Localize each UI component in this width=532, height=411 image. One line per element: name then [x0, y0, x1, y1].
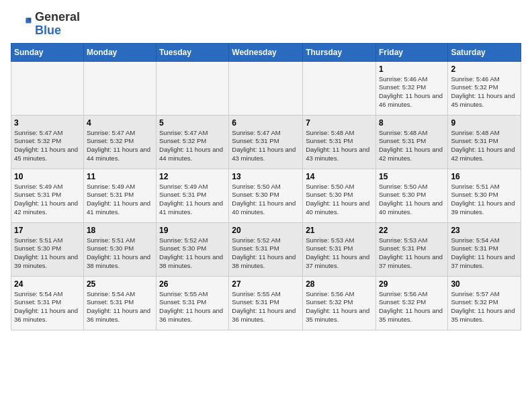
day-info: Sunrise: 5:48 AM Sunset: 5:31 PM Dayligh…	[306, 129, 373, 163]
week-row-1: 1Sunrise: 5:46 AM Sunset: 5:32 PM Daylig…	[11, 61, 521, 115]
day-number: 23	[451, 226, 518, 235]
header-day-sunday: Sunday	[11, 43, 84, 61]
day-info: Sunrise: 5:54 AM Sunset: 5:31 PM Dayligh…	[14, 290, 81, 324]
day-number: 26	[159, 279, 226, 289]
day-info: Sunrise: 5:54 AM Sunset: 5:31 PM Dayligh…	[87, 290, 153, 324]
day-number: 29	[379, 279, 445, 289]
day-info: Sunrise: 5:48 AM Sunset: 5:31 PM Dayligh…	[451, 129, 518, 163]
day-info: Sunrise: 5:56 AM Sunset: 5:32 PM Dayligh…	[306, 290, 373, 324]
day-info: Sunrise: 5:53 AM Sunset: 5:31 PM Dayligh…	[306, 236, 373, 271]
day-info: Sunrise: 5:57 AM Sunset: 5:32 PM Dayligh…	[451, 290, 518, 324]
header-day-tuesday: Tuesday	[157, 43, 229, 61]
day-number: 8	[379, 118, 445, 128]
day-number: 14	[306, 172, 373, 181]
day-info: Sunrise: 5:52 AM Sunset: 5:30 PM Dayligh…	[159, 236, 226, 271]
calendar-cell: 7Sunrise: 5:48 AM Sunset: 5:31 PM Daylig…	[303, 115, 376, 169]
day-info: Sunrise: 5:49 AM Sunset: 5:31 PM Dayligh…	[159, 183, 226, 217]
day-number: 5	[159, 118, 226, 128]
calendar-cell	[229, 61, 303, 115]
calendar-cell: 6Sunrise: 5:47 AM Sunset: 5:31 PM Daylig…	[229, 115, 303, 169]
calendar-cell: 17Sunrise: 5:51 AM Sunset: 5:30 PM Dayli…	[11, 222, 84, 276]
calendar-cell: 18Sunrise: 5:51 AM Sunset: 5:30 PM Dayli…	[83, 222, 156, 276]
calendar-cell: 25Sunrise: 5:54 AM Sunset: 5:31 PM Dayli…	[83, 276, 156, 330]
calendar-cell: 24Sunrise: 5:54 AM Sunset: 5:31 PM Dayli…	[11, 276, 84, 330]
calendar-cell: 1Sunrise: 5:46 AM Sunset: 5:32 PM Daylig…	[375, 61, 447, 115]
calendar-table: SundayMondayTuesdayWednesdayThursdayFrid…	[11, 43, 521, 330]
calendar-cell	[83, 61, 156, 115]
day-info: Sunrise: 5:54 AM Sunset: 5:31 PM Dayligh…	[451, 236, 518, 271]
logo-general: General	[35, 11, 80, 24]
calendar-cell: 20Sunrise: 5:52 AM Sunset: 5:31 PM Dayli…	[229, 222, 303, 276]
day-info: Sunrise: 5:49 AM Sunset: 5:31 PM Dayligh…	[14, 183, 81, 217]
day-info: Sunrise: 5:47 AM Sunset: 5:32 PM Dayligh…	[159, 129, 226, 163]
day-number: 25	[87, 279, 153, 289]
day-info: Sunrise: 5:52 AM Sunset: 5:31 PM Dayligh…	[232, 236, 300, 271]
header-day-thursday: Thursday	[303, 43, 376, 61]
day-info: Sunrise: 5:56 AM Sunset: 5:32 PM Dayligh…	[379, 290, 445, 324]
calendar-cell: 15Sunrise: 5:50 AM Sunset: 5:30 PM Dayli…	[375, 169, 447, 222]
day-number: 16	[451, 172, 518, 181]
day-info: Sunrise: 5:50 AM Sunset: 5:30 PM Dayligh…	[306, 183, 373, 217]
calendar-cell: 3Sunrise: 5:47 AM Sunset: 5:32 PM Daylig…	[11, 115, 84, 169]
day-info: Sunrise: 5:51 AM Sunset: 5:30 PM Dayligh…	[87, 236, 153, 271]
day-number: 18	[87, 226, 153, 235]
calendar-cell: 21Sunrise: 5:53 AM Sunset: 5:31 PM Dayli…	[303, 222, 376, 276]
day-number: 17	[14, 226, 81, 235]
day-info: Sunrise: 5:51 AM Sunset: 5:30 PM Dayligh…	[451, 183, 518, 217]
logo: General Blue	[11, 11, 80, 38]
day-info: Sunrise: 5:50 AM Sunset: 5:30 PM Dayligh…	[379, 183, 445, 217]
calendar-cell: 22Sunrise: 5:53 AM Sunset: 5:31 PM Dayli…	[375, 222, 447, 276]
day-number: 11	[87, 172, 153, 181]
calendar-cell: 8Sunrise: 5:48 AM Sunset: 5:31 PM Daylig…	[375, 115, 447, 169]
week-row-2: 3Sunrise: 5:47 AM Sunset: 5:32 PM Daylig…	[11, 115, 521, 169]
day-number: 15	[379, 172, 445, 181]
svg-rect-0	[11, 13, 32, 35]
day-info: Sunrise: 5:55 AM Sunset: 5:31 PM Dayligh…	[232, 290, 300, 324]
calendar-cell	[303, 61, 376, 115]
calendar-cell: 12Sunrise: 5:49 AM Sunset: 5:31 PM Dayli…	[157, 169, 229, 222]
day-number: 2	[451, 64, 518, 74]
calendar-cell	[157, 61, 229, 115]
header-day-friday: Friday	[375, 43, 447, 61]
day-info: Sunrise: 5:47 AM Sunset: 5:32 PM Dayligh…	[14, 129, 81, 163]
calendar-cell: 4Sunrise: 5:47 AM Sunset: 5:32 PM Daylig…	[83, 115, 156, 169]
calendar-cell: 26Sunrise: 5:55 AM Sunset: 5:31 PM Dayli…	[157, 276, 229, 330]
header-row: SundayMondayTuesdayWednesdayThursdayFrid…	[11, 43, 521, 61]
week-row-5: 24Sunrise: 5:54 AM Sunset: 5:31 PM Dayli…	[11, 276, 521, 330]
calendar-cell: 30Sunrise: 5:57 AM Sunset: 5:32 PM Dayli…	[448, 276, 521, 330]
header-day-saturday: Saturday	[448, 43, 521, 61]
calendar-cell: 23Sunrise: 5:54 AM Sunset: 5:31 PM Dayli…	[448, 222, 521, 276]
day-number: 7	[306, 118, 373, 128]
day-number: 28	[306, 279, 373, 289]
logo-blue: Blue	[35, 24, 80, 38]
calendar-cell: 28Sunrise: 5:56 AM Sunset: 5:32 PM Dayli…	[303, 276, 376, 330]
calendar-cell	[11, 61, 84, 115]
calendar-cell: 19Sunrise: 5:52 AM Sunset: 5:30 PM Dayli…	[157, 222, 229, 276]
day-info: Sunrise: 5:50 AM Sunset: 5:30 PM Dayligh…	[232, 183, 300, 217]
week-row-4: 17Sunrise: 5:51 AM Sunset: 5:30 PM Dayli…	[11, 222, 521, 276]
calendar-cell: 10Sunrise: 5:49 AM Sunset: 5:31 PM Dayli…	[11, 169, 84, 222]
header-day-wednesday: Wednesday	[229, 43, 303, 61]
day-number: 9	[451, 118, 518, 128]
day-number: 19	[159, 226, 226, 235]
day-number: 10	[14, 172, 81, 181]
day-info: Sunrise: 5:47 AM Sunset: 5:32 PM Dayligh…	[87, 129, 153, 163]
logo-icon	[11, 13, 32, 35]
day-info: Sunrise: 5:48 AM Sunset: 5:31 PM Dayligh…	[379, 129, 445, 163]
week-row-3: 10Sunrise: 5:49 AM Sunset: 5:31 PM Dayli…	[11, 169, 521, 222]
day-info: Sunrise: 5:55 AM Sunset: 5:31 PM Dayligh…	[159, 290, 226, 324]
calendar-cell: 2Sunrise: 5:46 AM Sunset: 5:32 PM Daylig…	[448, 61, 521, 115]
day-number: 22	[379, 226, 445, 235]
calendar-cell: 27Sunrise: 5:55 AM Sunset: 5:31 PM Dayli…	[229, 276, 303, 330]
day-number: 6	[232, 118, 300, 128]
day-info: Sunrise: 5:49 AM Sunset: 5:31 PM Dayligh…	[87, 183, 153, 217]
day-info: Sunrise: 5:46 AM Sunset: 5:32 PM Dayligh…	[379, 75, 445, 109]
day-number: 13	[232, 172, 300, 181]
day-info: Sunrise: 5:53 AM Sunset: 5:31 PM Dayligh…	[379, 236, 445, 271]
calendar-cell: 13Sunrise: 5:50 AM Sunset: 5:30 PM Dayli…	[229, 169, 303, 222]
day-info: Sunrise: 5:47 AM Sunset: 5:31 PM Dayligh…	[232, 129, 300, 163]
calendar-cell: 11Sunrise: 5:49 AM Sunset: 5:31 PM Dayli…	[83, 169, 156, 222]
day-number: 21	[306, 226, 373, 235]
calendar-cell: 14Sunrise: 5:50 AM Sunset: 5:30 PM Dayli…	[303, 169, 376, 222]
day-number: 4	[87, 118, 153, 128]
